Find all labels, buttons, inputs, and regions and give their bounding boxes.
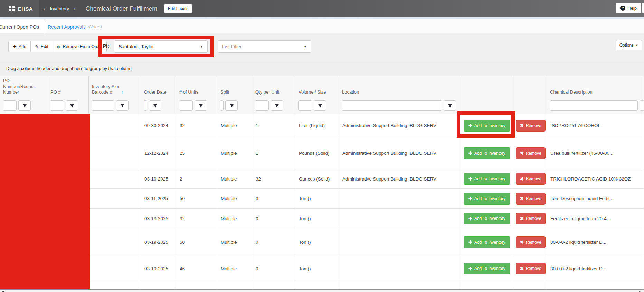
options-button[interactable]: Options ▼ xyxy=(616,40,642,50)
column-header-po[interactable]: PO # xyxy=(47,76,89,98)
filter-funnel-icon[interactable] xyxy=(444,100,456,111)
cell-volume-size: Ounces (Solid) xyxy=(295,169,339,189)
cell-location xyxy=(339,228,460,256)
top-bar: EHSA / Inventory / Chemical Order Fulfil… xyxy=(0,0,644,17)
partially-visible-button[interactable] xyxy=(642,3,644,13)
column-header-remove-action xyxy=(512,76,547,98)
filter-input-po-requisition[interactable] xyxy=(3,100,17,111)
cell-split: Multiple xyxy=(217,114,252,137)
filter-input-qty-per-unit[interactable] xyxy=(255,100,269,111)
filter-input-chemical-description[interactable] xyxy=(550,100,638,111)
redaction-overlay xyxy=(0,114,90,289)
recent-approvals-count: (None) xyxy=(88,24,102,29)
filter-input-units[interactable] xyxy=(179,100,193,111)
table-row-partial xyxy=(0,281,644,289)
cell-location xyxy=(339,256,460,281)
cell-split: Multiple xyxy=(217,189,252,209)
remove-button[interactable]: ✖Remove xyxy=(516,236,546,248)
add-to-inventory-button[interactable]: ✚Add To Inventory xyxy=(464,193,510,205)
filter-input-split[interactable] xyxy=(220,100,224,111)
remove-button[interactable]: ✖Remove xyxy=(516,213,546,224)
cell-inventory-barcode xyxy=(89,228,141,256)
filter-row xyxy=(0,98,644,114)
add-to-inventory-button[interactable]: ✚Add To Inventory xyxy=(464,263,510,274)
x-icon: ✖ xyxy=(520,176,524,182)
column-header-units[interactable]: # of Units xyxy=(176,76,217,98)
add-to-inventory-button[interactable]: ✚Add To Inventory xyxy=(464,120,510,132)
cell-order-date: 03-11-2025 xyxy=(141,189,176,209)
breadcrumb-inventory[interactable]: Inventory xyxy=(50,6,69,11)
filter-input-location[interactable] xyxy=(342,100,442,111)
cell-qty-per-unit: 1 xyxy=(252,114,295,137)
cell-volume-size: Liter (Liquid) xyxy=(295,114,339,137)
column-header-po-requisition[interactable]: PO Number/Requi... Number xyxy=(0,76,47,98)
remove-from-order-button[interactable]: ⊗ Remove From Order xyxy=(53,41,107,52)
chevron-down-icon: ▼ xyxy=(635,43,638,47)
tab-recent-approvals[interactable]: Recent Approvals (None) xyxy=(42,20,107,33)
table-row: 03-19-2025 50 Multiple 0 Ton () ✚Add To … xyxy=(0,228,644,256)
filter-funnel-icon[interactable] xyxy=(149,100,161,111)
cell-units: 46 xyxy=(176,256,217,281)
filter-funnel-icon[interactable] xyxy=(225,100,238,111)
help-button[interactable]: ? Help xyxy=(616,3,641,13)
chevron-down-icon: ▼ xyxy=(304,45,307,48)
remove-button[interactable]: ✖Remove xyxy=(516,147,546,159)
table-row: 03-13-2025 32 Multiple 0 Ton () ✚Add To … xyxy=(0,209,644,228)
scroll-right-icon[interactable] xyxy=(639,291,641,292)
cell-inventory-barcode xyxy=(89,169,141,189)
filter-input-po[interactable] xyxy=(50,100,64,111)
filter-funnel-icon[interactable] xyxy=(116,100,129,111)
column-header-inventory-barcode[interactable]: Inventory # or Barcode # ↑ xyxy=(89,76,141,98)
breadcrumb-separator: / xyxy=(74,6,75,11)
cell-units: 50 xyxy=(176,189,217,209)
cell-split: Multiple xyxy=(217,209,252,228)
column-header-qty-per-unit[interactable]: Qty per Unit xyxy=(252,76,295,98)
filter-funnel-icon[interactable] xyxy=(271,100,283,111)
column-header-order-date[interactable]: Order Date xyxy=(141,76,176,98)
cell-chemical-description: 30-0-0-2 liquid fertilizer D... xyxy=(547,228,644,256)
add-to-inventory-button[interactable]: ✚Add To Inventory xyxy=(464,173,510,185)
cell-volume-size: Ton () xyxy=(295,209,339,228)
filter-input-inventory-barcode[interactable] xyxy=(92,100,114,111)
cell-inventory-barcode xyxy=(89,256,141,281)
add-button[interactable]: ✚ Add xyxy=(8,41,31,52)
group-by-dropzone[interactable]: Drag a column header and drop it here to… xyxy=(0,61,644,76)
filter-funnel-icon[interactable] xyxy=(640,100,644,111)
remove-button[interactable]: ✖Remove xyxy=(516,120,546,132)
column-header-volume-size[interactable]: Volume / Size xyxy=(295,76,339,98)
filter-input-order-date[interactable] xyxy=(144,100,147,111)
scroll-left-icon[interactable] xyxy=(2,291,4,292)
app-logo[interactable]: EHSA xyxy=(0,0,39,17)
horizontal-scrollbar[interactable] xyxy=(0,289,644,292)
cell-split: Multiple xyxy=(217,228,252,256)
filter-funnel-icon[interactable] xyxy=(195,100,207,111)
filter-funnel-icon[interactable] xyxy=(18,100,31,111)
column-header-split[interactable]: Split xyxy=(217,76,252,98)
x-icon: ✖ xyxy=(520,123,524,128)
column-header-add-action xyxy=(460,76,512,98)
filter-funnel-icon[interactable] xyxy=(66,100,78,111)
column-header-chemical-description[interactable]: Chemical Description xyxy=(547,76,644,98)
cell-chemical-description: Item Description Liquid Fertil... xyxy=(547,189,644,209)
column-header-location[interactable]: Location xyxy=(339,76,460,98)
add-to-inventory-button[interactable]: ✚Add To Inventory xyxy=(464,147,510,159)
pi-dropdown[interactable]: Santaloci, Taylor ▼ xyxy=(114,40,208,53)
filter-funnel-icon[interactable] xyxy=(314,100,326,111)
remove-button[interactable]: ✖Remove xyxy=(516,173,546,185)
grid-logo-icon xyxy=(9,6,15,12)
add-to-inventory-button[interactable]: ✚Add To Inventory xyxy=(464,213,510,224)
table-row: 12-12-2024 25 Multiple 1 Pounds (Solid) … xyxy=(0,137,644,169)
add-to-inventory-button[interactable]: ✚Add To Inventory xyxy=(464,236,510,248)
circle-x-icon: ⊗ xyxy=(57,44,61,49)
filter-cell-empty xyxy=(460,98,512,114)
tab-current-open-pos[interactable]: Current Open POs xyxy=(0,20,45,33)
edit-button[interactable]: ✎ Edit xyxy=(31,41,53,52)
list-filter-dropdown[interactable]: List Filter ▼ xyxy=(218,40,311,53)
filter-input-volume-size[interactable] xyxy=(298,100,312,111)
remove-button[interactable]: ✖Remove xyxy=(516,263,546,274)
cell-units: 2 xyxy=(176,169,217,189)
remove-button[interactable]: ✖Remove xyxy=(516,193,546,205)
cell-chemical-description: TRICHLOROACETIC ACID 10% 32OZ xyxy=(547,169,644,189)
chevron-down-icon: ▼ xyxy=(200,45,203,48)
edit-labels-button[interactable]: Edit Labels xyxy=(164,4,192,13)
